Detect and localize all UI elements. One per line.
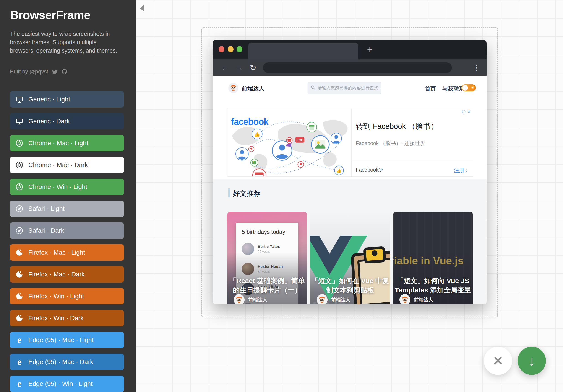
download-icon: ↓	[528, 353, 535, 369]
frame-style-chrome-mac-dark-selected[interactable]: Chrome · Mac · Dark	[10, 157, 124, 173]
section-accent-bar	[228, 188, 230, 197]
built-by-text[interactable]: Built by @pqvst	[10, 68, 48, 75]
new-tab-icon[interactable]: +	[363, 43, 376, 56]
author-name: 前端达人	[248, 296, 267, 303]
ad-brand: Facebook®	[356, 167, 383, 173]
ad-signup-link[interactable]: 注册 ›	[454, 167, 467, 174]
github-icon[interactable]	[61, 69, 67, 74]
ad-headline[interactable]: 转到 Facebook （脸书）	[356, 121, 438, 132]
forward-icon[interactable]: →	[232, 63, 246, 73]
frame-style-list: Generic · Light Generic · Dark Chrome · …	[10, 91, 124, 392]
site-nav-contact[interactable]: 与我联系	[442, 85, 464, 92]
site-search-input[interactable]: 请输入您感兴趣的内容进行查找...	[307, 82, 381, 94]
browser-tab[interactable]	[248, 43, 358, 60]
firefox-icon	[15, 314, 23, 322]
app-title: BrowserFrame	[10, 8, 90, 22]
frame-style-label: Firefox · Win · Light	[28, 293, 84, 300]
frame-style-label: Generic · Light	[28, 96, 70, 103]
frame-style-label: Generic · Dark	[28, 118, 70, 125]
article-card-vue-clipboard[interactable]: ue.js 「短文」如何在 Vue 中复制文本到剪贴板	[310, 212, 390, 305]
facebook-ad-banner[interactable]: facebook	[227, 108, 473, 177]
ad-subtitle: Facebook （脸书）- 连接世界	[356, 140, 425, 147]
adchoices-icon[interactable]: ⓘ ✕	[462, 110, 471, 114]
discard-button[interactable]: ✕	[484, 347, 512, 375]
edge-icon: e	[15, 358, 23, 366]
frame-style-safari-dark[interactable]: Safari · Dark	[10, 222, 124, 239]
chrome-icon	[15, 161, 23, 169]
browser-frame-preview: + ← → ↻ ⋮ 前端达人	[213, 40, 486, 305]
built-by-row: Built by @pqvst	[10, 68, 67, 75]
author-name: 前端达人	[414, 296, 433, 303]
frame-style-edge-mac-dark[interactable]: e Edge (95) · Mac · Dark	[10, 354, 124, 370]
frame-style-label: Chrome · Mac · Dark	[28, 161, 88, 169]
browser-menu-icon[interactable]: ⋮	[472, 63, 482, 73]
twitter-icon[interactable]	[52, 69, 58, 74]
back-icon[interactable]: ←	[219, 63, 232, 73]
site-logo-avatar[interactable]	[228, 83, 238, 93]
firefox-icon	[15, 292, 23, 300]
article-title: 「短文」如何向 Vue JSTemplates 添加全局变量	[393, 276, 473, 295]
traffic-light-close-icon[interactable]	[218, 46, 224, 52]
search-placeholder: 请输入您感兴趣的内容进行查找...	[318, 85, 381, 91]
author-avatar	[234, 294, 244, 305]
frame-style-generic-dark[interactable]: Generic · Dark	[10, 113, 124, 129]
article-card-react-birthday[interactable]: 5 birthdays today Bertie Yates 29 years …	[227, 212, 307, 305]
facebook-wordmark: facebook	[231, 117, 269, 127]
app-description: The easiest way to wrap screenshots in b…	[10, 30, 119, 55]
frame-style-label: Chrome · Win · Light	[28, 183, 87, 191]
article-author: 前端达人	[234, 294, 267, 305]
frame-style-label: Firefox · Win · Dark	[28, 315, 84, 322]
frame-style-firefox-mac-light[interactable]: Firefox · Mac · Light	[10, 244, 124, 261]
frame-style-safari-light[interactable]: Safari · Light	[10, 201, 124, 217]
sidebar: BrowserFrame The easiest way to wrap scr…	[0, 0, 136, 392]
firefox-icon	[15, 249, 23, 257]
url-bar[interactable]	[263, 62, 452, 73]
frame-style-label: Edge (95) · Mac · Dark	[28, 358, 93, 366]
svg-text:👍: 👍	[336, 168, 342, 173]
frame-style-edge-win-light[interactable]: e Edge (95) · Win · Light	[10, 376, 124, 392]
frame-style-firefox-mac-dark[interactable]: Firefox · Mac · Dark	[10, 266, 124, 282]
traffic-light-minimize-icon[interactable]	[228, 46, 234, 52]
site-theme-toggle[interactable]: ☀	[461, 84, 476, 91]
author-name: 前端达人	[331, 296, 350, 303]
site-name[interactable]: 前端达人	[242, 85, 264, 92]
article-author: 前端达人	[317, 294, 350, 305]
edge-icon: e	[15, 336, 23, 344]
frame-style-edge-mac-light[interactable]: e Edge (95) · Mac · Light	[10, 332, 124, 348]
author-avatar	[317, 294, 328, 305]
traffic-light-zoom-icon[interactable]	[237, 46, 243, 52]
article-card-vue-globals[interactable]: riable in Vue.js 「短文」如何向 Vue JSTemplates…	[393, 212, 473, 305]
live-badge: LIVE	[297, 139, 303, 142]
frame-style-label: Safari · Light	[28, 205, 64, 212]
chrome-icon	[15, 183, 23, 191]
frame-style-firefox-win-light[interactable]: Firefox · Win · Light	[10, 288, 124, 305]
site-nav-home[interactable]: 首页	[425, 85, 436, 92]
card-bg-text: riable in Vue.js	[393, 255, 463, 267]
section-title: 好文推荐	[233, 189, 260, 198]
sidebar-collapse-icon[interactable]	[140, 5, 144, 12]
safari-icon	[15, 227, 23, 234]
sun-icon: ☀	[471, 85, 474, 90]
search-icon	[311, 85, 315, 91]
webpage-content: 前端达人 请输入您感兴趣的内容进行查找... 首页 与我联系 ☀ faceboo…	[213, 76, 486, 305]
frame-style-label: Edge (95) · Mac · Light	[28, 336, 93, 344]
frame-style-chrome-mac-light[interactable]: Chrome · Mac · Light	[10, 135, 124, 151]
download-button[interactable]: ↓	[518, 347, 546, 375]
frame-style-firefox-win-dark[interactable]: Firefox · Win · Dark	[10, 310, 124, 326]
article-title: 「短文」如何在 Vue 中复制文本到剪贴板	[310, 276, 390, 295]
toggle-knob	[462, 85, 468, 91]
preview-canvas: + ← → ↻ ⋮ 前端达人	[136, 0, 563, 392]
ad-illustration: facebook	[228, 109, 352, 176]
reload-icon[interactable]: ↻	[246, 63, 260, 73]
article-title: 「React 基础案例」简单的生日提醒卡片（一）	[227, 276, 307, 295]
frame-style-label: Firefox · Mac · Dark	[28, 271, 85, 278]
monitor-icon	[15, 117, 23, 125]
frame-style-label: Safari · Dark	[28, 227, 64, 234]
frame-style-label: Edge (95) · Win · Light	[28, 380, 93, 387]
frame-style-chrome-win-light[interactable]: Chrome · Win · Light	[10, 179, 124, 195]
frame-style-label: Firefox · Mac · Light	[28, 249, 85, 256]
svg-text:👍: 👍	[254, 131, 260, 137]
frame-style-generic-light[interactable]: Generic · Light	[10, 91, 124, 108]
ad-text-panel: ⓘ ✕ 转到 Facebook （脸书） Facebook （脸书）- 连接世界…	[352, 109, 473, 176]
monitor-icon	[15, 96, 23, 103]
